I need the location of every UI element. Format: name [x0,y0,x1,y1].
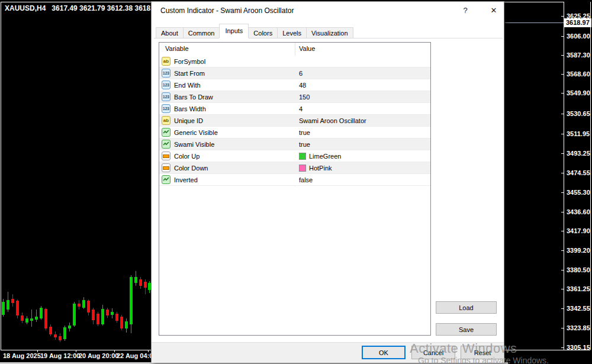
price-label: 3455.30 [567,189,590,196]
price-label: 3399.20 [567,247,590,254]
param-value-cell: true [299,127,429,138]
price-tick [561,36,564,37]
price-label: 3380.50 [567,266,590,273]
price-tick [561,192,564,193]
param-row-generic-visible[interactable]: Generic Visibletrue [159,127,430,138]
candle-body [115,314,118,321]
price-tick [561,347,564,348]
price-tick [561,328,564,328]
param-row-color-down[interactable]: Color DownHotPink [159,162,430,174]
price-tick [561,16,564,17]
help-button[interactable]: ? [457,2,474,20]
price-tick [561,134,564,134]
tab-visualization[interactable]: Visualization [306,27,353,38]
candle-body [44,309,47,328]
param-value-cell: true [299,138,429,150]
candle-body [139,279,142,286]
ohlc-values: 3617.49 3621.79 3612.38 3618.97 [52,4,160,12]
param-value: false [299,176,313,183]
tab-about[interactable]: About [156,27,184,38]
param-name-cell: 123End With [162,79,293,91]
time-label: 18 Aug 2025 [3,352,41,359]
price-tick [561,114,564,114]
save-button[interactable]: Save [436,323,497,336]
candle-body [130,277,133,324]
param-row-unique-id[interactable]: abUnique IDSwami Aroon Oscillator [159,115,430,127]
activate-windows-watermark: Activate Windows [410,341,517,356]
tab-colors[interactable]: Colors [248,27,278,38]
price-tick [561,231,564,231]
param-row-color-up[interactable]: Color UpLimeGreen [159,150,430,162]
color-swatch [299,165,306,172]
price-tick [561,153,564,154]
ok-button[interactable]: OK [362,346,406,359]
color-type-icon [162,152,170,160]
price-axis[interactable]: 3625.253606.003587.303568.603549.903530.… [561,0,592,364]
price-tick [561,289,564,289]
param-name-cell: 123Start From [162,67,293,79]
close-icon[interactable]: ✕ [484,2,503,20]
current-price-line [505,22,564,23]
param-row-swami-visible[interactable]: Swami Visibletrue [159,138,430,150]
param-name: Unique ID [174,117,203,124]
param-name-cell: abForSymbol [162,56,293,67]
price-tick [561,55,564,56]
candle-body [2,302,5,315]
color-swatch [299,153,306,160]
candle-body [82,300,85,308]
price-label: 3568.60 [567,70,590,78]
param-row-start-from[interactable]: 123Start From6 [159,67,430,79]
price-label: 3474.55 [567,169,590,176]
candle-body [68,326,71,328]
bool-type-icon [162,128,170,137]
price-label: 3436.60 [567,208,590,215]
price-label: 3511.95 [567,130,590,137]
param-row-end-with[interactable]: 123End With48 [159,79,430,91]
column-header-variable: Variable [165,45,189,52]
candle-body [87,301,90,313]
int-type-icon: 123 [162,80,170,89]
price-label: 3493.25 [567,150,590,157]
candle-body [120,317,123,328]
color-type-icon [162,163,170,172]
price-tick [561,270,564,270]
candle-wick [36,310,37,322]
candle-body [54,334,57,337]
param-value-cell [299,56,429,67]
int-type-icon: 123 [162,92,170,101]
int-type-icon: 123 [162,69,170,78]
param-value: true [299,141,310,148]
tab-inputs[interactable]: Inputs [219,24,249,38]
param-name-cell: 123Bars Width [162,103,293,114]
time-label: 20 Aug 20:00 [79,352,118,359]
price-tick [561,212,564,212]
param-row-bars-width[interactable]: 123Bars Width4 [159,103,430,115]
chart-symbol-title: XAUUSD,H43617.49 3621.79 3612.38 3618.97 [5,4,160,12]
candle-body [111,312,114,315]
tab-common[interactable]: Common [183,27,220,38]
load-button[interactable]: Load [436,301,497,314]
param-name: Swami Visible [174,141,214,148]
param-value-cell: HotPink [299,162,429,173]
param-value-cell: 150 [299,91,429,102]
candle-body [63,327,66,339]
string-type-icon: ab [162,57,170,66]
dialog-titlebar[interactable]: Custom Indicator - Swami Aroon Oscillato… [152,2,504,20]
tab-levels[interactable]: Levels [277,27,307,38]
candle-body [59,336,62,340]
mt-terminal-window: { "window": { "chart": { "title_symbol":… [0,0,592,364]
candle-body [40,308,43,318]
candle-body [134,277,137,283]
bool-type-icon [162,175,170,184]
param-name-cell: Inverted [162,174,293,185]
candle-body [106,310,109,315]
price-label: 3417.90 [567,227,590,234]
param-value-cell: 4 [299,103,429,114]
param-name: Color Down [174,165,208,172]
param-value-cell: 48 [299,79,429,91]
param-row-inverted[interactable]: Invertedfalse [159,174,430,186]
param-row-bars-to-draw[interactable]: 123Bars To Draw150 [159,91,430,103]
param-row-forsymbol[interactable]: abForSymbol [159,56,430,67]
inputs-table-rows: abForSymbol123Start From6123End With4812… [159,56,430,186]
param-value: LimeGreen [309,153,341,160]
